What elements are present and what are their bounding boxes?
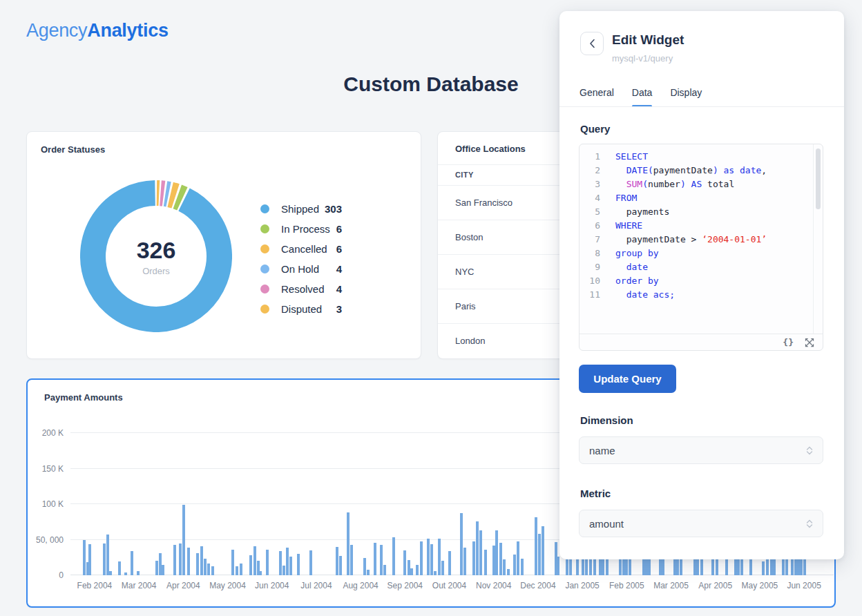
line-number: 10 (580, 274, 600, 288)
order-statuses-widget[interactable]: Order Statuses 326 Orders Shipped303In P… (26, 131, 421, 359)
code-text: paymentDate > ‘2004-01-01’ (615, 233, 767, 247)
legend-value: 303 (325, 203, 342, 215)
bar (173, 545, 176, 575)
code-text: date acs; (615, 288, 675, 302)
bar (196, 553, 199, 575)
legend-swatch (260, 224, 269, 233)
widget-title: Order Statuses (41, 144, 105, 155)
dimension-select[interactable]: name (579, 436, 823, 464)
x-tick-label: May 2005 (742, 581, 778, 590)
bar (427, 539, 430, 575)
bar (347, 512, 349, 575)
code-braces-icon[interactable]: {} (783, 337, 794, 347)
legend-swatch (260, 264, 269, 273)
panel-tabs: General Data Display (580, 87, 702, 107)
bar (155, 561, 158, 575)
y-tick-label: 0 (59, 570, 64, 580)
bar (441, 561, 444, 575)
bar (259, 571, 262, 575)
x-axis: Feb 2004Mar 2004Apr 2004May 2004Jun 2004… (70, 581, 834, 592)
tab-data[interactable]: Data (632, 87, 653, 107)
back-button[interactable] (580, 32, 604, 55)
bar (434, 571, 437, 575)
bar (484, 550, 487, 575)
legend-value: 6 (336, 223, 342, 235)
x-tick-label: May 2004 (209, 581, 246, 590)
bar (535, 517, 537, 575)
code-text: SELECT (615, 150, 648, 164)
editor-scrollbar[interactable] (813, 144, 823, 334)
x-tick-label: Jan 2005 (565, 581, 599, 590)
bar (231, 550, 234, 575)
code-line: 9 date (580, 260, 813, 274)
line-number: 3 (580, 177, 600, 191)
widget-title: Payment Amounts (44, 392, 123, 403)
bar (286, 548, 289, 575)
legend-label: In Process (281, 223, 330, 235)
x-tick-label: Feb 2004 (77, 581, 113, 590)
x-tick-label: Aug 2004 (343, 581, 378, 590)
y-axis: 050, 000100 K150 K200 K (28, 433, 64, 575)
legend-item: In Process6 (260, 219, 342, 239)
x-tick-label: Jun 2005 (787, 581, 821, 590)
bar (240, 564, 242, 576)
bar (503, 559, 506, 575)
tab-display[interactable]: Display (670, 87, 702, 107)
code-line: 2 DATE(paymentDate) as date, (580, 164, 813, 177)
update-query-button[interactable]: Update Query (579, 365, 676, 393)
code-text: DATE(paymentDate) as date, (615, 164, 767, 177)
bar (363, 558, 366, 575)
bar (279, 551, 282, 575)
legend-swatch (260, 244, 269, 253)
legend-value: 4 (336, 283, 342, 295)
x-tick-label: Mar 2004 (122, 581, 157, 590)
bar (249, 555, 252, 575)
bar (507, 569, 510, 575)
legend-item: Shipped303 (260, 199, 342, 219)
code-area[interactable]: 1SELECT2 DATE(paymentDate) as date,3 SUM… (580, 144, 813, 334)
bar (499, 543, 502, 575)
line-number: 8 (580, 247, 600, 260)
tab-general[interactable]: General (580, 87, 614, 107)
bar (416, 565, 419, 575)
expand-fullscreen-icon[interactable] (805, 338, 814, 347)
code-text: group by (615, 247, 659, 260)
code-line: 3 SUM(number) AS total (580, 177, 813, 191)
legend-swatch (260, 204, 269, 213)
bar (448, 551, 451, 575)
chart-legend: Shipped303In Process6Cancelled6On Hold4R… (260, 199, 342, 319)
donut-slice-in-process (178, 197, 182, 199)
legend-label: Disputed (281, 303, 322, 315)
metric-label: Metric (580, 488, 611, 499)
bar (392, 537, 395, 575)
sql-code-editor[interactable]: 1SELECT2 DATE(paymentDate) as date,3 SUM… (579, 144, 823, 351)
line-number: 4 (580, 191, 600, 205)
bar (517, 541, 519, 575)
bar (83, 540, 86, 576)
legend-item: Disputed3 (260, 299, 342, 319)
legend-label: Shipped (281, 203, 319, 215)
y-tick-label: 150 K (42, 464, 64, 474)
legend-label: Resolved (281, 283, 325, 295)
scrollbar-thumb[interactable] (816, 148, 821, 209)
metric-select[interactable]: amount (579, 510, 823, 537)
x-tick-label: Apr 2005 (698, 581, 732, 590)
x-tick-label: Out 2004 (432, 581, 466, 590)
line-number: 7 (580, 233, 600, 247)
code-line: 10order by (580, 274, 813, 288)
bar (492, 546, 495, 575)
code-line: 4FROM (580, 191, 813, 205)
bar (438, 539, 441, 575)
x-tick-label: Dec 2004 (520, 581, 555, 590)
donut-chart (80, 180, 232, 332)
legend-value: 6 (336, 243, 342, 255)
logo-prefix: Agency (26, 20, 87, 41)
code-line: 7 paymentDate > ‘2004-01-01’ (580, 233, 813, 247)
logo-suffix: Analytics (87, 20, 168, 41)
x-tick-label: Mar 2005 (653, 581, 689, 590)
code-line: 6WHERE (580, 219, 813, 233)
line-number: 1 (580, 150, 600, 164)
bar (476, 521, 479, 575)
x-tick-label: Apr 2004 (166, 581, 200, 590)
panel-subtitle: mysql-v1/query (612, 53, 673, 64)
